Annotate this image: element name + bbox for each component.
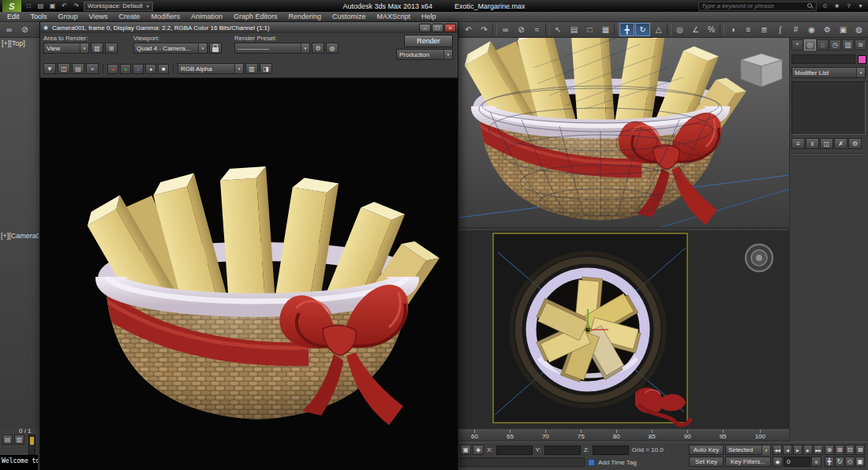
timeline-ruler[interactable]: 6065707580859095100 bbox=[458, 428, 789, 442]
undo-icon[interactable]: ↶ bbox=[461, 23, 476, 36]
maxscript-mini-listener[interactable]: Welcome to bbox=[0, 455, 38, 470]
menu-item[interactable]: Help bbox=[416, 13, 442, 21]
select-move-icon[interactable]: ╋ bbox=[619, 23, 634, 36]
crossing-selection-icon[interactable]: ▦ bbox=[598, 23, 613, 36]
play-animation-icon[interactable]: ▶ bbox=[793, 445, 803, 455]
redo-icon[interactable]: ↷ bbox=[477, 23, 492, 36]
material-editor-icon[interactable]: ◉ bbox=[804, 23, 819, 36]
redo-icon[interactable]: ↷ bbox=[71, 2, 81, 11]
mirror-icon[interactable]: ◑ bbox=[725, 23, 740, 36]
titlebar-menu-arrow-icon[interactable]: ▾ bbox=[855, 2, 866, 11]
menu-item[interactable]: Modifiers bbox=[145, 13, 185, 21]
pin-stack-icon[interactable]: ≡ bbox=[791, 138, 805, 149]
toolbar-separator[interactable] bbox=[720, 24, 724, 35]
menu-item[interactable]: Group bbox=[53, 13, 84, 21]
undo-icon[interactable]: ↶ bbox=[59, 2, 69, 11]
environment-dialog-icon[interactable]: ◍ bbox=[326, 43, 339, 54]
color-correction-icon[interactable]: ▥ bbox=[245, 63, 258, 74]
toolbar-separator[interactable] bbox=[492, 24, 497, 35]
blue-channel-icon[interactable]: ● bbox=[133, 64, 144, 74]
object-name-field[interactable] bbox=[791, 54, 855, 64]
green-channel-icon[interactable]: ● bbox=[120, 64, 131, 74]
viewport-perspective[interactable]: d Faces] bbox=[458, 21, 789, 229]
unlink-selection-icon[interactable]: ⊘ bbox=[17, 23, 32, 36]
select-scale-icon[interactable]: △ bbox=[651, 23, 666, 36]
mono-channel-icon[interactable]: ● bbox=[145, 64, 156, 74]
remove-modifier-icon[interactable]: ✗ bbox=[834, 138, 847, 149]
help-icon[interactable]: ? bbox=[844, 2, 854, 11]
timeline-tick[interactable]: 65 bbox=[507, 430, 514, 440]
rfw-titlebar[interactable]: ◉ Camera001, frame 0, Display Gamma: 2.2… bbox=[40, 22, 458, 33]
select-by-name-icon[interactable]: ▤ bbox=[567, 23, 582, 36]
chevron-down-icon[interactable]: ▾ bbox=[234, 64, 243, 73]
tab-motion[interactable]: ◷ bbox=[829, 39, 841, 50]
render-setup-icon[interactable]: ⚙ bbox=[312, 43, 324, 54]
x-coordinate-field[interactable] bbox=[496, 446, 533, 455]
render-mode-select[interactable]: Production ▾ bbox=[396, 49, 453, 60]
mini-slider[interactable] bbox=[28, 435, 36, 455]
menu-item[interactable]: Graph Editors bbox=[228, 13, 283, 21]
y-coordinate-field[interactable] bbox=[544, 446, 581, 455]
edit-region-icon[interactable]: ▧ bbox=[91, 43, 103, 54]
zoom-icon[interactable]: ⊕ bbox=[825, 445, 834, 455]
red-channel-icon[interactable]: ● bbox=[107, 64, 118, 74]
channel-display-select[interactable]: RGB Alpha ▾ bbox=[178, 63, 244, 74]
timeline-tick[interactable]: 80 bbox=[613, 430, 620, 440]
current-frame-field[interactable]: 0 bbox=[784, 457, 810, 467]
show-end-result-icon[interactable]: ‖ bbox=[806, 138, 819, 149]
render-setup-icon[interactable]: ⚙ bbox=[820, 23, 835, 36]
render-preset-select[interactable]: --------------- ▾ bbox=[234, 43, 310, 54]
next-frame-icon[interactable]: ▶ bbox=[803, 445, 813, 455]
tab-utilities[interactable]: ≋ bbox=[855, 39, 866, 50]
search-icon[interactable] bbox=[806, 2, 814, 9]
unlink-selection-icon[interactable]: ⊘ bbox=[514, 23, 529, 36]
curve-editor-icon[interactable]: ∫ bbox=[773, 23, 788, 36]
go-to-end-icon[interactable]: ▶▶ bbox=[814, 445, 823, 455]
chevron-down-icon[interactable]: ▾ bbox=[443, 50, 452, 59]
zoom-all-icon[interactable]: ⊞ bbox=[835, 445, 844, 455]
tab-modify[interactable]: ◎ bbox=[804, 39, 816, 50]
previous-frame-icon[interactable]: ◀ bbox=[783, 445, 792, 455]
close-button[interactable]: × bbox=[444, 24, 456, 32]
time-configuration-icon[interactable]: ⚙ bbox=[811, 457, 821, 467]
field-of-view-icon[interactable]: ◇ bbox=[845, 457, 855, 467]
rendered-frame-icon[interactable]: ▣ bbox=[836, 23, 851, 36]
zoom-extents-all-icon[interactable]: ⊠ bbox=[855, 445, 865, 455]
absolute-mode-icon[interactable]: ◈ bbox=[473, 445, 484, 455]
save-image-icon[interactable]: ▼ bbox=[43, 63, 56, 74]
zoom-extents-icon[interactable]: ⊡ bbox=[845, 445, 855, 455]
menu-item[interactable]: Edit bbox=[2, 13, 25, 21]
save-file-icon[interactable]: ▣ bbox=[47, 2, 58, 11]
orbit-icon[interactable]: ↻ bbox=[835, 457, 844, 467]
configure-modifier-icon[interactable]: ⚙ bbox=[848, 138, 862, 149]
mini-track-icon[interactable]: ▥ bbox=[14, 435, 24, 445]
search-input[interactable] bbox=[702, 2, 804, 9]
app-logo-icon[interactable]: S bbox=[2, 0, 21, 12]
select-and-link-icon[interactable]: ∞ bbox=[498, 23, 513, 36]
selection-lock-icon[interactable]: ▣ bbox=[460, 445, 471, 455]
go-to-start-icon[interactable]: ◀◀ bbox=[773, 445, 782, 455]
menu-item[interactable]: Views bbox=[84, 13, 114, 21]
menu-item[interactable]: Create bbox=[113, 13, 145, 21]
maxscript-mini-listener-icon[interactable]: ▤ bbox=[2, 435, 13, 445]
key-mode-toggle-icon[interactable]: ◆ bbox=[773, 457, 783, 467]
object-color-swatch[interactable] bbox=[858, 55, 866, 64]
chevron-down-icon[interactable]: ▾ bbox=[80, 43, 88, 53]
z-coordinate-field[interactable] bbox=[593, 446, 629, 455]
chevron-down-icon[interactable]: ▾ bbox=[198, 43, 207, 53]
auto-key-button[interactable]: Auto Key bbox=[689, 445, 724, 455]
key-filters-button[interactable]: Key Filters... bbox=[725, 457, 771, 467]
timeline-tick[interactable]: 95 bbox=[720, 430, 727, 440]
tab-create[interactable]: * bbox=[791, 39, 803, 50]
align-icon[interactable]: ≡ bbox=[741, 23, 756, 36]
menu-item[interactable]: Rendering bbox=[283, 13, 327, 21]
pan-icon[interactable]: ╋ bbox=[825, 457, 834, 467]
schematic-view-icon[interactable]: # bbox=[788, 23, 803, 36]
make-unique-icon[interactable]: ◫ bbox=[820, 138, 833, 149]
menu-item[interactable]: Customize bbox=[327, 13, 372, 21]
timeline-tick[interactable]: 90 bbox=[684, 430, 691, 440]
select-object-icon[interactable]: ↖ bbox=[551, 23, 566, 36]
modifier-stack[interactable] bbox=[791, 81, 866, 135]
print-image-icon[interactable]: ▤ bbox=[72, 63, 84, 74]
timeline-tick[interactable]: 85 bbox=[649, 430, 656, 440]
